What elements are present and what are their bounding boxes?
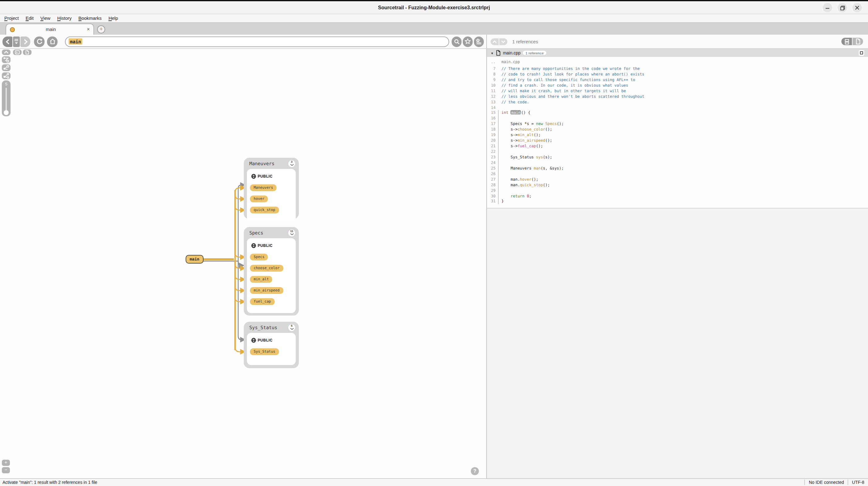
group-count-badge[interactable]: 11 [288, 229, 295, 236]
zoom-out-button[interactable]: − [2, 467, 10, 473]
group-title[interactable]: Maneuvers [249, 160, 274, 166]
minimize-button[interactable] [823, 3, 832, 12]
tab-state-icon [10, 27, 15, 32]
close-button[interactable] [852, 3, 862, 12]
status-bar: Activate "main": 1 result with 2 referen… [0, 478, 868, 486]
code-line: 8// code to crash! Just look for places … [487, 72, 868, 77]
refresh-button[interactable] [34, 36, 44, 47]
forward-button[interactable] [21, 36, 30, 47]
zoom-in-button[interactable]: + [2, 460, 10, 466]
graph-panel[interactable]: 5 + − ? main Maneuvers 3 [0, 49, 486, 478]
group-title[interactable]: Sys_Status [249, 325, 277, 330]
code-line: 14 [487, 105, 868, 111]
graph-node-fuel-cap[interactable]: fuel_cap [250, 298, 275, 305]
file-in-graph-button[interactable] [23, 50, 32, 55]
history-list-button[interactable] [13, 36, 20, 47]
graph-view-a-button[interactable] [2, 64, 10, 71]
window-title: Sourcetrail - Fuzzing-Module-exercise3.s… [378, 5, 490, 10]
graph-depth-slider[interactable]: 5 [2, 81, 10, 116]
status-separator [847, 480, 848, 485]
graph-group-sys-status[interactable]: Sys_Status 5 PUBLIC Sys_Status [244, 322, 299, 368]
code-line: 19 s->min_alt(); [487, 132, 868, 138]
next-reference-button[interactable] [499, 38, 507, 45]
graph-node-specs[interactable]: Specs [250, 254, 268, 261]
file-name[interactable]: main.cpp [503, 51, 521, 55]
snippet-list-view-button[interactable] [841, 38, 852, 45]
code-line: 29 [487, 188, 868, 193]
file-icon [496, 50, 500, 56]
globe-icon [251, 174, 256, 179]
menu-bookmarks[interactable]: Bookmarks [79, 16, 102, 21]
search-input[interactable]: main [65, 36, 449, 47]
graph-node-choose-color[interactable]: choose_color [250, 265, 283, 272]
code-line: 23 Sys_Status sys(s); [487, 155, 868, 160]
graph-node-min-airspeed[interactable]: min_airspeed [250, 287, 283, 294]
menu-view[interactable]: View [40, 16, 51, 21]
code-line: 10// find a crash. In our code, it is ob… [487, 83, 868, 89]
code-line: 26 [487, 172, 868, 177]
file-reference-badge: 1 reference [523, 51, 546, 55]
code-line: 24 [487, 160, 868, 166]
group-count-badge[interactable]: 5 [288, 324, 295, 331]
search-button[interactable] [452, 36, 462, 47]
active-symbol-highlight[interactable]: main [511, 111, 521, 115]
graph-group-maneuvers[interactable]: Maneuvers 3 PUBLIC Maneuvers hover quick… [244, 158, 299, 219]
code-snippet[interactable]: ..main.cpp7// There are many opportuniti… [487, 57, 868, 209]
references-count-label: 1 references [512, 39, 538, 44]
access-section-public: PUBLIC [250, 172, 292, 180]
help-button[interactable]: ? [471, 467, 479, 475]
bookmark-button[interactable] [463, 36, 473, 47]
maximize-snippet-button[interactable] [859, 50, 864, 56]
graph-node-maneuvers[interactable]: Maneuvers [250, 184, 277, 191]
graph-node-quick-stop[interactable]: quick_stop [250, 207, 279, 213]
access-section-public: PUBLIC [250, 241, 292, 249]
menu-history[interactable]: History [57, 16, 72, 21]
new-tab-button[interactable]: + [97, 25, 105, 33]
graph-node-min-alt[interactable]: min_alt [250, 276, 273, 283]
graph-node-hover[interactable]: hover [250, 195, 268, 202]
menu-project[interactable]: Project [4, 16, 19, 21]
menu-edit[interactable]: Edit [26, 16, 34, 21]
code-line: 11// will make it crash, but in other ta… [487, 88, 868, 94]
code-line: 12// less obvious and there won't be abo… [487, 94, 868, 99]
reference-nav [491, 38, 507, 45]
ide-status[interactable]: No IDE connected [809, 480, 844, 485]
code-line: 31} [487, 199, 868, 205]
sourcetrail-window: Sourcetrail - Fuzzing-Module-exercise3.s… [0, 0, 868, 486]
graph-node-main[interactable]: main [186, 255, 203, 264]
code-line: 22 [487, 149, 868, 155]
access-section-public: PUBLIC [250, 336, 292, 344]
graph-edges [0, 49, 486, 478]
code-line: 28 man.quick_stop(); [487, 182, 868, 188]
graph-node-sys-status[interactable]: Sys_Status [250, 348, 279, 355]
group-title[interactable]: Specs [249, 230, 263, 236]
depth-slider-handle[interactable] [4, 110, 9, 115]
group-count-badge[interactable]: 3 [288, 160, 295, 167]
title-bar: Sourcetrail - Fuzzing-Module-exercise3.s… [0, 0, 868, 14]
references-header: 1 references [486, 35, 868, 48]
previous-reference-button[interactable] [491, 38, 499, 45]
code-line: 18 s->choose_color(); [487, 127, 868, 133]
code-line: 25 Maneuvers man(s, &sys); [487, 166, 868, 172]
tab-main[interactable]: main × [6, 24, 94, 35]
maximize-button[interactable] [838, 3, 847, 12]
single-file-view-button[interactable] [852, 38, 863, 45]
status-message: Activate "main": 1 result with 2 referen… [2, 480, 97, 485]
back-button[interactable] [2, 36, 12, 47]
collapse-file-icon[interactable]: ▼ [491, 51, 494, 55]
menu-help[interactable]: Help [108, 16, 118, 21]
graph-group-specs[interactable]: Specs 11 PUBLIC Specs choose_color min_a… [244, 227, 299, 315]
depth-slider-track[interactable] [6, 88, 7, 114]
file-header[interactable]: ▼ main.cpp 1 reference [487, 49, 868, 57]
bookmark-list-button[interactable] [474, 36, 484, 47]
graph-view-b-button[interactable] [2, 72, 10, 79]
code-in-graph-button[interactable] [13, 50, 22, 55]
home-button[interactable] [47, 36, 58, 47]
code-line: 20 s->min_airspeed(); [487, 138, 868, 144]
custom-trail-button[interactable] [2, 56, 10, 63]
code-line: 13// the code. [487, 99, 868, 105]
collapse-panel-button[interactable] [2, 50, 10, 55]
menu-bar: Project Edit View History Bookmarks Help [0, 14, 868, 23]
code-line: 15int main() { [487, 111, 868, 116]
tab-close-icon[interactable]: × [87, 27, 90, 32]
